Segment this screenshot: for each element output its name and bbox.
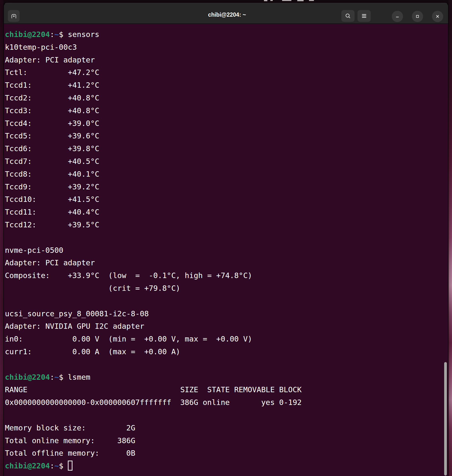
terminal-text: Adapter: PCI adapter (5, 258, 95, 267)
new-tab-icon (11, 13, 17, 19)
maximize-icon (415, 13, 420, 19)
terminal-text: nvme-pci-0500 (5, 246, 63, 255)
terminal-line: RANGE SIZE STATE REMOVABLE BLOCK (5, 383, 448, 396)
terminal-line: curr1: 0.00 A (max = +0.00 A) (5, 345, 448, 358)
wallpaper-edge-left (0, 0, 3, 476)
terminal-text: Total offline memory: 0B (5, 449, 135, 457)
terminal-line: k10temp-pci-00c3 (5, 41, 448, 54)
terminal-text: $ lsmem (59, 373, 90, 381)
terminal-line: Tccd4: +39.0°C (5, 117, 448, 130)
close-icon (435, 13, 440, 19)
terminal-line: Tccd1: +41.2°C (5, 79, 448, 92)
terminal-text: in0: 0.00 V (min = +0.00 V, max = +0.00 … (5, 335, 252, 343)
terminal-text: k10temp-pci-00c3 (5, 43, 77, 51)
cropped-topbar-text-fragment (309, 0, 314, 1)
prompt-path: ~ (54, 30, 59, 39)
terminal-text: Tccd3: +40.8°C (5, 106, 99, 115)
cropped-topbar-text-fragment (297, 0, 304, 1)
terminal-line: chibi@2204:~$ (5, 460, 448, 472)
terminal-text: Tccd5: +39.6°C (5, 132, 99, 140)
terminal-text: Tccd10: +41.5°C (5, 195, 99, 204)
prompt-user-host: chibi@2204 (5, 462, 50, 470)
terminal-text: Total online memory: 386G (5, 436, 135, 445)
headerbar: chibi@2204: ~ (4, 3, 448, 24)
terminal-text: RANGE SIZE STATE REMOVABLE BLOCK (5, 385, 302, 394)
terminal-text: Tccd11: +40.4°C (5, 208, 99, 216)
terminal-line (5, 409, 448, 422)
terminal-line: Total offline memory: 0B (5, 447, 448, 460)
terminal-line: chibi@2204:~$ lsmem (5, 371, 448, 384)
wallpaper-edge-right (449, 0, 452, 476)
cropped-topbar-text-fragment (270, 0, 273, 1)
terminal-line: Adapter: NVIDIA GPU I2C adapter (5, 320, 448, 333)
terminal-line: 0x0000000000000000-0x000000607fffffff 38… (5, 396, 448, 409)
desktop: chibi@2204: ~ (0, 0, 452, 476)
terminal-line: Tccd9: +39.2°C (5, 181, 448, 193)
terminal-text: Tccd6: +39.8°C (5, 144, 99, 153)
terminal-line: Tccd12: +39.5°C (5, 219, 448, 231)
terminal-line: in0: 0.00 V (min = +0.00 V, max = +0.00 … (5, 333, 448, 345)
search-icon (345, 13, 351, 19)
maximize-button[interactable] (412, 11, 423, 22)
prompt-path: ~ (54, 462, 59, 470)
terminal-line: Tccd10: +41.5°C (5, 193, 448, 206)
terminal-output: chibi@2204:~$ sensorsk10temp-pci-00c3Ada… (4, 24, 448, 472)
minimize-button[interactable] (392, 11, 403, 22)
terminal-cursor (68, 461, 72, 471)
terminal-text: Tccd8: +40.1°C (5, 170, 99, 178)
terminal-text: Tccd2: +40.8°C (5, 94, 99, 102)
terminal-line: Tccd8: +40.1°C (5, 168, 448, 181)
terminal-line: (crit = +79.8°C) (5, 282, 448, 295)
terminal-text: Adapter: PCI adapter (5, 56, 95, 64)
terminal-line: Tccd7: +40.5°C (5, 155, 448, 168)
terminal-text: (crit = +79.8°C) (5, 284, 180, 293)
terminal-text: Tccd4: +39.0°C (5, 119, 99, 128)
terminal-line: ucsi_source_psy_8_00081-i2c-8-08 (5, 307, 448, 320)
terminal-line: Tccd11: +40.4°C (5, 206, 448, 219)
terminal-text: Tccd12: +39.5°C (5, 220, 99, 229)
terminal-text: : (50, 373, 54, 381)
cropped-topbar-strip (0, 0, 452, 3)
terminal-text: Tccd1: +41.2°C (5, 81, 99, 89)
new-tab-button[interactable] (8, 10, 20, 22)
terminal-line: Adapter: PCI adapter (5, 54, 448, 66)
terminal-line: chibi@2204:~$ sensors (5, 28, 448, 41)
terminal-content[interactable]: chibi@2204:~$ sensorsk10temp-pci-00c3Ada… (4, 24, 448, 476)
terminal-line: Tccd5: +39.6°C (5, 130, 448, 142)
prompt-path: ~ (54, 373, 59, 381)
prompt-user-host: chibi@2204 (5, 373, 50, 381)
close-button[interactable] (432, 11, 443, 22)
terminal-line: Tccd2: +40.8°C (5, 92, 448, 104)
terminal-line: Tctl: +47.2°C (5, 66, 448, 79)
window-title: chibi@2204: ~ (208, 12, 246, 18)
search-button[interactable] (341, 10, 355, 22)
terminal-line: Tccd6: +39.8°C (5, 142, 448, 155)
scrollbar-thumb[interactable] (444, 362, 447, 476)
terminal-text: Composite: +33.9°C (low = -0.1°C, high =… (5, 271, 252, 280)
terminal-text: : (50, 30, 54, 39)
minimize-icon (394, 13, 400, 19)
prompt-user-host: chibi@2204 (5, 30, 50, 39)
terminal-line: Memory block size: 2G (5, 422, 448, 434)
terminal-text: $ sensors (59, 30, 99, 39)
terminal-text: Tccd9: +39.2°C (5, 183, 99, 191)
terminal-text: curr1: 0.00 A (max = +0.00 A) (5, 347, 180, 356)
terminal-text: : (50, 462, 54, 470)
terminal-line: nvme-pci-0500 (5, 244, 448, 257)
terminal-text: 0x0000000000000000-0x000000607fffffff 38… (5, 398, 302, 407)
terminal-window: chibi@2204: ~ (3, 3, 449, 476)
terminal-line: Adapter: PCI adapter (5, 256, 448, 269)
terminal-text: Adapter: NVIDIA GPU I2C adapter (5, 322, 144, 330)
terminal-line (5, 231, 448, 244)
terminal-line: Total online memory: 386G (5, 434, 448, 447)
terminal-line: Tccd3: +40.8°C (5, 104, 448, 117)
terminal-text: Tccd7: +40.5°C (5, 157, 99, 166)
menu-button[interactable] (357, 10, 371, 22)
terminal-line (5, 295, 448, 307)
cropped-topbar-text-fragment (264, 0, 267, 1)
terminal-line: Composite: +33.9°C (low = -0.1°C, high =… (5, 269, 448, 282)
terminal-line (5, 358, 448, 371)
hamburger-menu-icon (361, 13, 367, 19)
terminal-text: Tctl: +47.2°C (5, 68, 99, 77)
terminal-text: $ (59, 462, 68, 470)
